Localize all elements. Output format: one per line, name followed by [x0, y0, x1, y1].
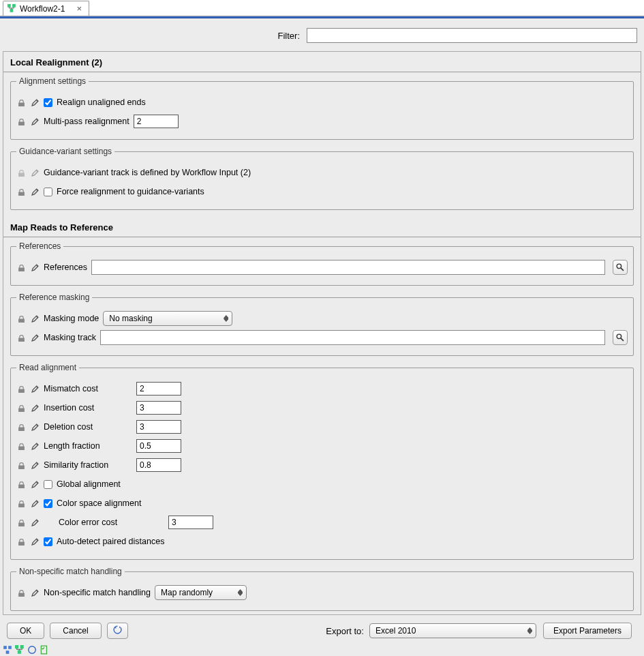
lock-icon[interactable] — [16, 117, 26, 126]
lock-icon[interactable] — [16, 333, 26, 342]
svg-rect-6 — [8, 646, 12, 649]
pencil-icon[interactable] — [30, 537, 40, 546]
length-fraction-label: Length fraction — [44, 441, 132, 451]
legend-non-specific: Non-specific match handling — [16, 567, 125, 576]
deletion-cost-input[interactable] — [136, 420, 181, 434]
lock-icon[interactable] — [16, 498, 26, 508]
export-to-label: Export to: — [326, 626, 364, 636]
lock-icon[interactable] — [16, 403, 26, 413]
browse-masking-track-button[interactable] — [613, 330, 628, 345]
pencil-icon[interactable] — [30, 518, 40, 527]
pencil-icon[interactable] — [30, 588, 40, 597]
pencil-icon[interactable] — [30, 314, 40, 323]
realign-unaligned-checkbox[interactable] — [44, 98, 52, 107]
global-alignment-label: Global alignment — [57, 479, 121, 489]
close-icon[interactable]: × — [76, 3, 82, 14]
tab-title: Workflow2-1 — [20, 4, 65, 14]
legend-read-alignment: Read alignment — [16, 363, 79, 372]
svg-rect-5 — [3, 646, 7, 649]
color-space-checkbox[interactable] — [44, 499, 52, 508]
guidance-track-info: Guidance-variant track is defined by Wor… — [44, 168, 251, 177]
masking-track-label: Masking track — [44, 333, 96, 342]
pencil-icon[interactable] — [30, 187, 40, 196]
similarity-fraction-input[interactable] — [136, 458, 181, 472]
lock-icon[interactable] — [16, 384, 26, 393]
references-label: References — [44, 263, 87, 272]
color-error-cost-label: Color error cost — [59, 518, 164, 527]
masking-track-input[interactable] — [100, 330, 605, 345]
view-workflow-icon[interactable] — [15, 645, 25, 655]
lock-icon[interactable] — [16, 441, 26, 451]
legend-reference-masking: Reference masking — [16, 293, 92, 302]
tab-workflow[interactable]: Workflow2-1 × — [3, 1, 89, 16]
view-test-icon[interactable] — [40, 645, 49, 655]
view-tree-icon[interactable] — [3, 645, 12, 655]
pencil-icon[interactable] — [30, 479, 40, 489]
pencil-icon[interactable] — [30, 98, 40, 107]
pencil-icon[interactable] — [30, 403, 40, 413]
svg-rect-7 — [6, 651, 10, 654]
insertion-cost-label: Insertion cost — [44, 403, 132, 413]
color-error-cost-input[interactable] — [168, 516, 213, 529]
masking-mode-label: Masking mode — [44, 314, 99, 323]
browse-references-button[interactable] — [613, 260, 628, 275]
filter-label: Filter: — [7, 31, 307, 41]
realign-unaligned-label: Realign unaligned ends — [57, 98, 146, 107]
lock-icon[interactable] — [16, 479, 26, 489]
mismatch-cost-input[interactable] — [136, 382, 181, 396]
main-panel[interactable]: Local Realignment (2) Alignment settings… — [3, 51, 641, 615]
deletion-cost-label: Deletion cost — [44, 422, 132, 432]
export-parameters-button[interactable]: Export Parameters — [543, 623, 632, 639]
non-specific-select[interactable]: Map randomly — [155, 585, 247, 600]
global-alignment-checkbox[interactable] — [44, 480, 52, 489]
tab-bar: Workflow2-1 × — [0, 0, 644, 16]
color-space-label: Color space alignment — [57, 498, 141, 508]
pencil-icon — [30, 168, 40, 177]
force-realign-checkbox[interactable] — [44, 188, 52, 196]
multipass-input[interactable] — [134, 115, 179, 128]
auto-detect-paired-label: Auto-detect paired distances — [57, 537, 164, 546]
lock-icon[interactable] — [16, 518, 26, 527]
multipass-label: Multi-pass realignment — [44, 117, 129, 126]
lock-icon[interactable] — [16, 460, 26, 470]
filter-input[interactable] — [307, 28, 637, 43]
pencil-icon[interactable] — [30, 263, 40, 272]
fieldset-alignment-settings: Alignment settings Realign unaligned end… — [10, 76, 634, 140]
svg-point-8 — [29, 646, 36, 654]
view-report-icon[interactable] — [27, 645, 37, 655]
pencil-icon[interactable] — [30, 498, 40, 508]
length-fraction-input[interactable] — [136, 439, 181, 453]
legend-guidance-variant: Guidance-variant settings — [16, 147, 114, 156]
lock-icon — [16, 168, 26, 177]
status-bar — [3, 645, 49, 655]
insertion-cost-input[interactable] — [136, 401, 181, 415]
workflow-icon — [7, 4, 16, 13]
pencil-icon[interactable] — [30, 384, 40, 393]
pencil-icon[interactable] — [30, 441, 40, 451]
bottom-bar: OK Cancel Export to: Excel 2010 Export P… — [3, 619, 641, 642]
pencil-icon[interactable] — [30, 422, 40, 432]
lock-icon[interactable] — [16, 187, 26, 196]
reset-button[interactable] — [107, 623, 128, 639]
filter-row: Filter: — [0, 18, 644, 50]
lock-icon[interactable] — [16, 263, 26, 272]
lock-icon[interactable] — [16, 98, 26, 107]
pencil-icon[interactable] — [30, 333, 40, 342]
pencil-icon[interactable] — [30, 117, 40, 126]
legend-alignment-settings: Alignment settings — [16, 76, 89, 86]
force-realign-label: Force realignment to guidance-variants — [57, 187, 204, 196]
pencil-icon[interactable] — [30, 460, 40, 470]
lock-icon[interactable] — [16, 537, 26, 546]
fieldset-reference-masking: Reference masking Masking mode No maskin… — [10, 293, 634, 356]
lock-icon[interactable] — [16, 314, 26, 323]
ok-button[interactable]: OK — [7, 623, 44, 639]
section-map-reads: Map Reads to Reference — [3, 217, 641, 237]
export-format-select[interactable]: Excel 2010 — [369, 623, 536, 638]
references-input[interactable] — [91, 260, 605, 275]
lock-icon[interactable] — [16, 422, 26, 432]
masking-mode-select[interactable]: No masking — [103, 311, 232, 326]
auto-detect-paired-checkbox[interactable] — [44, 537, 52, 546]
non-specific-label: Non-specific match handling — [44, 588, 151, 597]
lock-icon[interactable] — [16, 588, 26, 597]
cancel-button[interactable]: Cancel — [50, 623, 101, 639]
